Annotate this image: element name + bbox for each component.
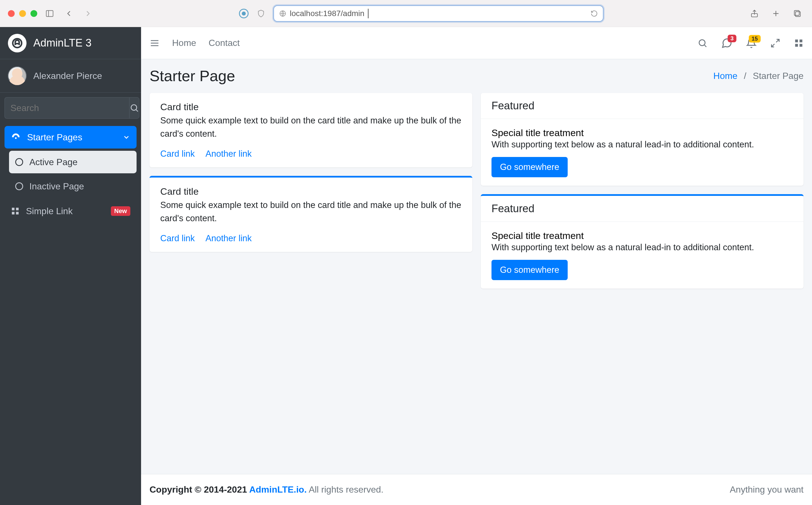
svg-line-22	[772, 44, 775, 47]
svg-rect-23	[795, 39, 798, 42]
footer: Copyright © 2014-2021 AdminLTE.io. All r…	[141, 474, 812, 505]
svg-rect-0	[46, 10, 53, 16]
right-column: Featured Special title treatment With su…	[481, 93, 804, 289]
card-header: Featured	[481, 196, 804, 222]
nav-starter-pages-label: Starter Pages	[27, 132, 82, 143]
nav-simple-link[interactable]: Simple Link New	[5, 200, 136, 222]
window-close-dot[interactable]	[8, 10, 15, 17]
main: Home Contact 3 15	[141, 27, 812, 505]
new-badge: New	[111, 206, 130, 216]
user-panel[interactable]: Alexander Pierce	[0, 59, 141, 93]
svg-point-19	[699, 40, 705, 46]
nav-active-page[interactable]: Active Page	[9, 151, 136, 173]
topnav-contact[interactable]: Contact	[209, 38, 240, 48]
breadcrumb-sep: /	[744, 71, 746, 81]
topnav-home[interactable]: Home	[172, 38, 196, 48]
breadcrumb-current: Starter Page	[753, 71, 804, 81]
card-featured-2-outline: Featured Special title treatment With su…	[481, 194, 804, 289]
topnav-search-icon[interactable]	[697, 38, 708, 48]
card-featured-1: Featured Special title treatment With su…	[481, 93, 804, 186]
brand-logo-icon	[8, 34, 26, 52]
go-somewhere-button[interactable]: Go somewhere	[491, 260, 568, 280]
card-basic-1: Card title Some quick example text to bu…	[149, 93, 472, 167]
content: Card title Some quick example text to bu…	[141, 90, 812, 292]
card-basic-2-outline: Card title Some quick example text to bu…	[149, 176, 472, 252]
svg-point-9	[131, 105, 137, 111]
card-link-2[interactable]: Another link	[205, 233, 252, 243]
footer-rights: All rights reserved.	[307, 484, 383, 495]
topnav-expand-icon[interactable]	[770, 38, 780, 48]
card-support: With supporting text below as a natural …	[491, 140, 793, 150]
text-cursor	[368, 9, 368, 18]
new-tab-icon[interactable]	[769, 7, 783, 20]
card-subtitle: Special title treatment	[491, 230, 793, 241]
nav-inactive-page-label: Inactive Page	[29, 181, 84, 192]
window-zoom-dot[interactable]	[30, 10, 37, 17]
card-link-2[interactable]: Another link	[205, 149, 252, 159]
page-title: Starter Page	[149, 67, 235, 85]
nav-forward-icon[interactable]	[81, 7, 95, 20]
svg-line-21	[776, 39, 779, 42]
card-subtitle: Special title treatment	[491, 127, 793, 138]
avatar	[8, 66, 26, 85]
svg-rect-13	[16, 208, 19, 210]
breadcrumb: Home / Starter Page	[713, 71, 804, 81]
reload-icon[interactable]	[590, 10, 598, 17]
search-button[interactable]	[129, 97, 139, 119]
bell-badge: 15	[749, 35, 761, 42]
card-title: Card title	[160, 186, 462, 197]
svg-rect-6	[795, 12, 800, 16]
privacy-indicator-icon[interactable]	[239, 9, 249, 18]
nav-inactive-page[interactable]: Inactive Page	[9, 175, 136, 197]
window-minimize-dot[interactable]	[19, 10, 26, 17]
topnav-chat-icon[interactable]: 3	[721, 37, 732, 49]
svg-rect-24	[800, 39, 802, 42]
search-input[interactable]	[5, 97, 129, 119]
svg-line-20	[704, 45, 706, 47]
tabs-icon[interactable]	[791, 7, 804, 20]
footer-brand-link[interactable]: AdminLTE.io.	[249, 484, 307, 495]
nav-simple-link-label: Simple Link	[26, 206, 73, 216]
window-controls	[8, 10, 37, 17]
browser-chrome: localhost:1987/admin	[0, 0, 812, 27]
menu-toggle-icon[interactable]	[149, 38, 160, 48]
svg-rect-26	[800, 44, 802, 46]
shield-icon[interactable]	[254, 7, 268, 20]
breadcrumb-home[interactable]: Home	[713, 71, 737, 81]
circle-icon	[15, 182, 23, 190]
sidebar-toggle-icon[interactable]	[43, 7, 56, 20]
footer-right: Anything you want	[730, 484, 804, 495]
card-header: Featured	[481, 93, 804, 119]
content-header: Starter Page Home / Starter Page	[141, 59, 812, 90]
svg-rect-15	[16, 212, 19, 214]
card-text: Some quick example text to build on the …	[160, 199, 462, 225]
nav-active-page-label: Active Page	[29, 157, 78, 167]
svg-line-10	[136, 110, 138, 112]
footer-copyright-prefix: Copyright © 2014-2021	[149, 484, 249, 495]
card-text: Some quick example text to build on the …	[160, 114, 462, 140]
nav-starter-pages[interactable]: Starter Pages	[5, 126, 136, 149]
topnav-bell-icon[interactable]: 15	[746, 38, 757, 48]
address-url: localhost:1987/admin	[290, 9, 364, 18]
brand[interactable]: AdminLTE 3	[0, 27, 141, 59]
card-link-1[interactable]: Card link	[160, 149, 195, 159]
grid-icon	[11, 206, 20, 215]
share-icon[interactable]	[748, 7, 761, 20]
go-somewhere-button[interactable]: Go somewhere	[491, 157, 568, 177]
card-link-1[interactable]: Card link	[160, 233, 195, 243]
user-name: Alexander Pierce	[33, 71, 102, 81]
svg-rect-7	[794, 10, 799, 15]
sidebar: AdminLTE 3 Alexander Pierce Starter Page…	[0, 27, 141, 505]
topnav-grid-icon[interactable]	[794, 38, 804, 48]
chat-badge: 3	[728, 35, 736, 42]
nav-back-icon[interactable]	[62, 7, 76, 20]
svg-rect-25	[795, 44, 798, 46]
search-icon	[129, 103, 139, 113]
address-bar[interactable]: localhost:1987/admin	[273, 5, 603, 22]
card-support: With supporting text below as a natural …	[491, 242, 793, 252]
svg-rect-12	[12, 208, 14, 210]
brand-title: AdminLTE 3	[33, 37, 91, 49]
svg-rect-14	[12, 212, 14, 214]
svg-point-11	[15, 137, 17, 139]
circle-icon	[15, 158, 23, 166]
